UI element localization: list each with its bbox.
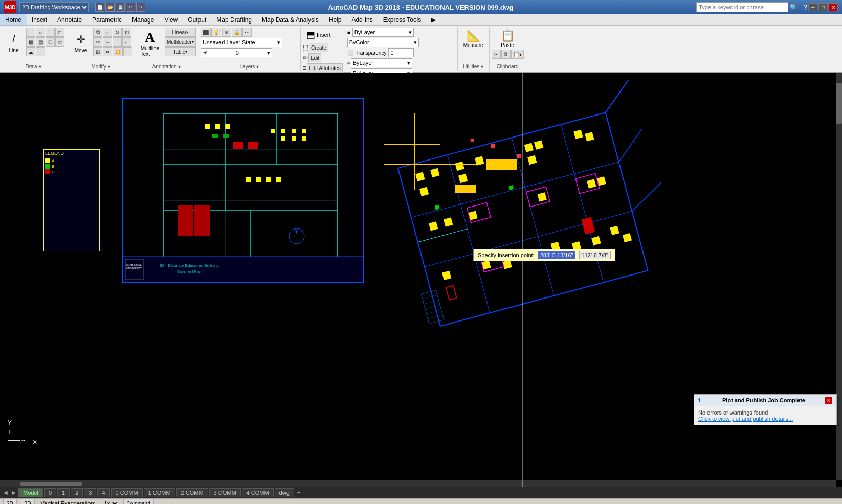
2d-btn[interactable]: 2D <box>3 499 17 504</box>
rotate-btn[interactable]: ↻ <box>113 28 122 37</box>
menu-add-ins[interactable]: Add-Ins <box>346 14 378 25</box>
rect-btn[interactable]: □ <box>55 28 64 37</box>
move-tool[interactable]: ✛ Move <box>69 30 93 55</box>
tab-2comm[interactable]: 2 COMM <box>176 488 208 497</box>
menu-map-drafting[interactable]: Map Drafting <box>211 14 257 25</box>
paste-tool[interactable]: 📋 Paste <box>497 28 518 50</box>
tab-prev-btn[interactable]: ◀ <box>2 489 9 496</box>
undo-icon[interactable]: ↶ <box>126 3 135 12</box>
scale-btn[interactable]: ⊡ <box>122 28 131 37</box>
insert-btn[interactable]: ⬒ Insert <box>303 28 343 42</box>
minimize-button[interactable]: ─ <box>808 3 817 11</box>
linear-btn[interactable]: Linear <box>165 28 196 37</box>
draw-label[interactable]: Draw ▾ <box>2 63 64 70</box>
chamfer-btn[interactable]: ⌐ <box>122 37 131 47</box>
cut-btn[interactable]: ✂ <box>492 50 501 59</box>
wipeout-btn[interactable]: ▭ <box>55 37 64 47</box>
clipboard-label[interactable]: Clipboard <box>492 63 524 70</box>
search-icon[interactable]: 🔍 <box>790 4 798 11</box>
menu-help[interactable]: Help <box>324 14 347 25</box>
tab-add-btn[interactable]: + <box>295 489 303 496</box>
menu-parametric[interactable]: Parametric <box>87 14 127 25</box>
create-btn[interactable]: Create <box>309 43 328 52</box>
layer-state-dropdown[interactable]: Unsaved Layer State ▾ <box>201 38 282 47</box>
tab-1comm[interactable]: 1 COMM <box>144 488 175 497</box>
maximize-button[interactable]: □ <box>818 3 828 11</box>
tab-next-btn[interactable]: ▶ <box>10 489 17 496</box>
workspace-dropdown[interactable]: 2D Drafting Workspace <box>19 2 89 12</box>
bylayer-color-dropdown[interactable]: ByLayer ▾ <box>352 28 414 37</box>
notification-link[interactable]: Click to view plot and publish details..… <box>698 416 832 422</box>
gradient-btn[interactable]: ▤ <box>36 37 45 47</box>
menu-view[interactable]: View <box>159 14 183 25</box>
menu-more[interactable]: ▶ <box>426 14 441 25</box>
vert-exag-select[interactable]: 1x <box>102 499 119 504</box>
open-icon[interactable]: 📂 <box>105 3 115 12</box>
hscroll-thumb[interactable] <box>20 482 82 486</box>
tab-3[interactable]: 3 <box>84 488 96 497</box>
bylayer2-dropdown[interactable]: ByLayer ▾ <box>351 58 412 67</box>
canvas-area[interactable]: N UTAH STATE UNIVERSITY 99 - Distance Ed… <box>0 73 842 487</box>
circle-btn[interactable]: ○ <box>36 28 45 37</box>
trim-btn[interactable]: ✂ <box>93 37 102 47</box>
edit-btn[interactable]: Edit <box>308 53 321 62</box>
horizontal-scrollbar[interactable] <box>0 480 836 487</box>
explode-btn[interactable]: 💥 <box>113 47 123 56</box>
tab-dwg[interactable]: dwg <box>275 488 294 497</box>
edit-attributes-btn[interactable]: Edit Attributes <box>307 63 343 73</box>
search-input[interactable] <box>696 2 788 12</box>
redo-icon[interactable]: ↷ <box>136 3 145 12</box>
layer-on-btn[interactable]: 💡 <box>211 28 221 37</box>
hatch-btn[interactable]: ▨ <box>26 37 35 47</box>
measure-tool[interactable]: 📐 Measure <box>460 28 487 50</box>
command-mode-btn[interactable]: Command <box>123 499 154 504</box>
save-icon[interactable]: 💾 <box>116 3 125 12</box>
tab-model[interactable]: Model <box>18 488 43 497</box>
tab-0comm[interactable]: 0 COMM <box>111 488 143 497</box>
layer-prev-btn[interactable]: ⬛ <box>201 28 211 37</box>
layer-lock-btn[interactable]: 🔒 <box>232 28 242 37</box>
modify-label[interactable]: Modify ▾ <box>69 63 132 70</box>
menu-annotate[interactable]: Annotate <box>52 14 87 25</box>
annotation-label[interactable]: Annotation ▾ <box>137 63 196 70</box>
close-button[interactable]: ✕ <box>829 3 838 11</box>
array-btn[interactable]: ⊞ <box>93 47 102 56</box>
utilities-label[interactable]: Utilities ▾ <box>460 63 487 70</box>
modify-more-btn[interactable]: ⋯ <box>123 47 132 56</box>
copy-btn[interactable]: ⧉ <box>93 28 102 37</box>
vscroll-thumb[interactable] <box>836 83 842 124</box>
extend-btn[interactable]: → <box>103 37 112 47</box>
multileader-btn[interactable]: Multileader <box>165 37 196 47</box>
help-icon[interactable]: ? <box>803 3 807 11</box>
tab-4[interactable]: 4 <box>97 488 109 497</box>
region-btn[interactable]: ⬡ <box>46 37 55 47</box>
menu-home[interactable]: Home <box>0 14 27 25</box>
text-tool[interactable]: A Multiline Text <box>137 28 163 58</box>
new-icon[interactable]: 📄 <box>95 3 104 12</box>
layer-value-dropdown[interactable]: ☀ 0 ▾ <box>201 48 272 57</box>
copy-clip-btn[interactable]: ⧉ <box>501 50 511 59</box>
workspace-selector[interactable]: 2D Drafting Workspace <box>19 2 89 12</box>
menu-insert[interactable]: Insert <box>27 14 52 25</box>
layers-label[interactable]: Layers ▾ <box>201 63 298 70</box>
tab-0[interactable]: 0 <box>44 488 56 497</box>
draw-more-btn[interactable]: ⋯ <box>36 47 45 56</box>
layer-freeze-btn[interactable]: ❄ <box>222 28 231 37</box>
menu-map-data[interactable]: Map Data & Analysis <box>257 14 324 25</box>
transparency-dropdown[interactable]: 0 <box>388 48 414 57</box>
table-btn[interactable]: Table <box>165 47 196 56</box>
fillet-btn[interactable]: ⌐ <box>113 37 122 47</box>
bycolor-dropdown[interactable]: ByColor ▾ <box>347 38 419 47</box>
menu-manage[interactable]: Manage <box>127 14 159 25</box>
paste-special-btn[interactable]: 📋▾ <box>511 50 524 59</box>
line-tool[interactable]: / Line <box>2 30 26 55</box>
notification-close-button[interactable]: ✕ <box>825 397 832 404</box>
tab-4comm[interactable]: 4 COMM <box>242 488 274 497</box>
rev-cloud-btn[interactable]: ☁ <box>26 47 35 56</box>
menu-output[interactable]: Output <box>183 14 211 25</box>
tab-3comm[interactable]: 3 COMM <box>209 488 241 497</box>
tab-1[interactable]: 1 <box>57 488 70 497</box>
arc-btn[interactable]: ⌒ <box>46 28 55 37</box>
layer-more-btn[interactable]: ⋯ <box>242 28 252 37</box>
3d-btn[interactable]: 3D <box>21 499 35 504</box>
